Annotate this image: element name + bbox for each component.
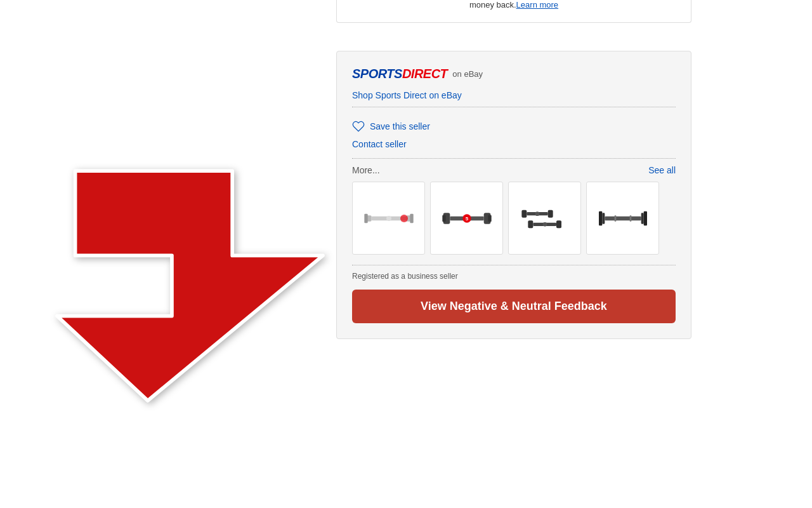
svg-rect-17	[528, 220, 533, 228]
product-thumb-2[interactable]: 5	[430, 182, 503, 255]
product-thumbnails: 5	[352, 182, 676, 255]
seller-panel: SPORTSDIRECT on eBay Shop Sports Direct …	[336, 51, 691, 339]
business-seller-text: Registered as a business seller	[352, 272, 676, 281]
logo-sports: SPORTS	[352, 67, 402, 81]
dumbbell-icon-3	[520, 199, 570, 237]
svg-marker-29	[57, 171, 323, 401]
dumbbell-icon-2: 5	[442, 199, 492, 237]
svg-point-21	[542, 222, 547, 227]
contact-seller-link[interactable]: Contact seller	[352, 139, 676, 149]
arrow-svg	[19, 159, 349, 413]
money-back-text: money back.	[469, 0, 516, 10]
svg-rect-26	[643, 211, 646, 225]
logo-direct: DIRECT	[402, 67, 447, 81]
svg-rect-27	[614, 215, 616, 221]
svg-text:5: 5	[465, 216, 468, 222]
svg-point-6	[400, 215, 408, 222]
sports-direct-logo: SPORTSDIRECT	[352, 67, 447, 81]
svg-rect-11	[488, 215, 491, 222]
svg-rect-24	[605, 216, 641, 220]
learn-more-link[interactable]: Learn more	[516, 0, 558, 10]
svg-rect-25	[641, 213, 643, 224]
divider-3	[352, 265, 676, 265]
dumbbell-icon-4	[598, 199, 648, 237]
save-seller-row: Save this seller	[352, 114, 676, 139]
svg-rect-19	[556, 220, 561, 228]
svg-rect-16	[547, 210, 553, 217]
divider-1	[352, 107, 676, 107]
heart-icon	[352, 120, 365, 133]
more-row: More... See all	[352, 165, 676, 175]
svg-rect-4	[410, 213, 413, 223]
view-feedback-button[interactable]: View Negative & Neutral Feedback	[352, 290, 676, 323]
more-label: More...	[352, 165, 380, 175]
top-strip: money back. Learn more	[336, 0, 691, 23]
svg-rect-28	[629, 215, 631, 221]
product-thumb-4[interactable]	[586, 182, 659, 255]
page-container: money back. Learn more SPORTSDIRECT on e…	[0, 0, 812, 508]
shop-sports-direct-link[interactable]: Shop Sports Direct on eBay	[352, 90, 676, 100]
svg-rect-1	[364, 213, 367, 223]
on-ebay-text: on eBay	[452, 69, 483, 79]
svg-point-5	[386, 216, 391, 221]
svg-rect-14	[521, 210, 527, 217]
product-thumb-1[interactable]	[352, 182, 425, 255]
svg-rect-22	[599, 211, 602, 225]
seller-logo-row: SPORTSDIRECT on eBay	[352, 67, 676, 81]
divider-2	[352, 158, 676, 159]
svg-rect-8	[442, 215, 445, 222]
see-all-link[interactable]: See all	[648, 165, 676, 175]
red-arrow	[19, 159, 349, 413]
svg-point-20	[535, 211, 539, 216]
dumbbell-icon-1	[363, 199, 414, 237]
product-thumb-3[interactable]	[508, 182, 581, 255]
save-seller-link[interactable]: Save this seller	[370, 121, 430, 131]
svg-rect-23	[602, 213, 605, 224]
